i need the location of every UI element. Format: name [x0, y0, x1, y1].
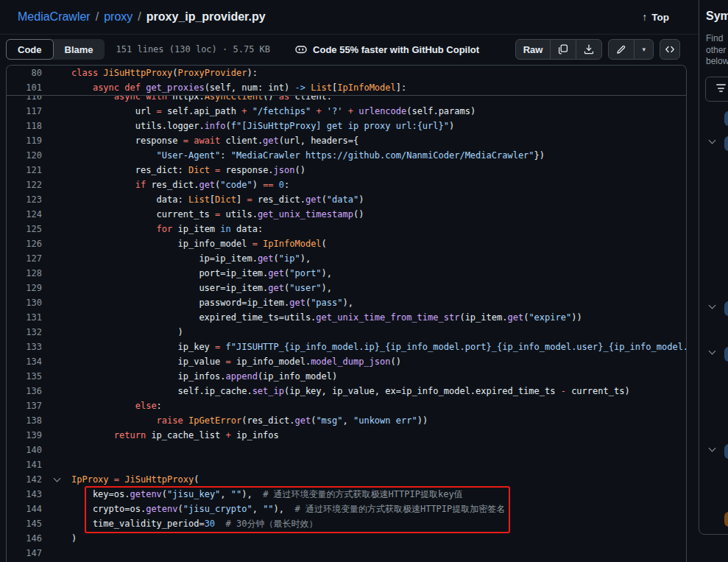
collapse-chevron-icon[interactable]: [53, 474, 60, 482]
gutter-cell: [42, 384, 71, 398]
code-text: ): [71, 531, 77, 546]
line-number-133[interactable]: 133: [7, 340, 42, 354]
breadcrumb-repo-link[interactable]: MediaCrawler: [18, 10, 91, 24]
gutter-cell: [42, 133, 71, 148]
code-text: ): [71, 325, 183, 340]
line-number-129[interactable]: 129: [7, 281, 42, 295]
copy-icon: [558, 44, 568, 55]
code-text: IpProxy = JiSuHttpProxy(: [71, 472, 199, 487]
gutter-cell: [42, 325, 71, 340]
symbol-kind-badge-4[interactable]: [724, 347, 728, 362]
gutter-cell: [42, 413, 71, 428]
line-number-101[interactable]: 101: [7, 80, 42, 95]
line-number-135[interactable]: 135: [7, 369, 42, 384]
symbol-expand-chevron-icon[interactable]: [709, 348, 716, 355]
line-number-125[interactable]: 125: [7, 222, 42, 236]
code-line-80: 80class JiSuHttpProxy(ProxyProvider):: [7, 66, 686, 80]
code-text: ip=ip_item.get("ip"),: [71, 251, 311, 266]
tab-blame[interactable]: Blame: [54, 39, 105, 60]
edit-file-button[interactable]: [609, 40, 634, 59]
code-text: ip_infos.append(ip_info_model): [71, 369, 337, 384]
line-number-137[interactable]: 137: [7, 398, 42, 413]
code-line-144: 144 crypto=os.getenv("jisu_crypto", ""),…: [7, 502, 686, 516]
gutter-cell: [42, 310, 71, 325]
code-line-133: 133 ip_key = f"JISUHTTP_{ip_info_model.i…: [7, 340, 686, 354]
code-text: current_ts = utils.get_unix_timestamp(): [71, 207, 364, 222]
line-number-143[interactable]: 143: [7, 487, 42, 502]
code-area: 116 async with httpx.AsyncClient() as cl…: [6, 65, 687, 562]
line-number-122[interactable]: 122: [7, 178, 42, 192]
symbol-kind-badge-2[interactable]: [724, 136, 728, 151]
line-number-140[interactable]: 140: [7, 443, 42, 457]
breadcrumb-dir-link[interactable]: proxy: [104, 10, 132, 24]
gutter-cell: [42, 354, 71, 369]
code-text: else:: [71, 398, 162, 413]
line-number-131[interactable]: 131: [7, 310, 42, 325]
line-number-123[interactable]: 123: [7, 192, 42, 207]
copilot-banner[interactable]: Code 55% faster with GitHub Copilot: [295, 43, 479, 55]
line-number-146[interactable]: 146: [7, 531, 42, 546]
line-number-117[interactable]: 117: [7, 104, 42, 119]
code-line-127: 127 ip=ip_item.get("ip"),: [7, 251, 686, 266]
tab-code[interactable]: Code: [6, 39, 54, 60]
copilot-banner-text: Code 55% faster with GitHub Copilot: [313, 44, 479, 55]
line-number-145[interactable]: 145: [7, 516, 42, 531]
breadcrumb-bar: MediaCrawler / proxy / proxy_ip_provider…: [0, 0, 728, 35]
code-line-135: 135 ip_infos.append(ip_info_model): [7, 369, 686, 384]
line-number-134[interactable]: 134: [7, 354, 42, 369]
code-text: "User-Agent": "MediaCrawler https://gith…: [71, 148, 545, 163]
line-number-138[interactable]: 138: [7, 413, 42, 428]
line-number-80[interactable]: 80: [7, 66, 42, 80]
gutter-cell: [42, 546, 71, 561]
code-line-130: 130 password=ip_item.get("pass"),: [7, 295, 686, 310]
copilot-icon: [295, 43, 307, 55]
symbol-expand-chevron-icon[interactable]: [709, 302, 716, 309]
line-number-120[interactable]: 120: [7, 148, 42, 163]
symbol-kind-badge-3[interactable]: [724, 301, 728, 316]
line-number-132[interactable]: 132: [7, 325, 42, 340]
gutter-cell: [42, 104, 71, 119]
symbols-filter-input[interactable]: [705, 77, 728, 102]
up-arrow-icon: ↑: [642, 11, 647, 23]
raw-button-group: Raw: [515, 39, 603, 60]
line-number-128[interactable]: 128: [7, 266, 42, 281]
line-number-147[interactable]: 147: [7, 546, 42, 561]
download-raw-button[interactable]: [576, 40, 601, 59]
edit-options-dropdown[interactable]: ▾: [634, 40, 653, 59]
symbol-kind-badge-6[interactable]: [724, 512, 728, 527]
symbol-expand-chevron-icon[interactable]: [709, 445, 716, 452]
copy-raw-button[interactable]: [550, 40, 576, 59]
gutter-cell: [42, 281, 71, 295]
line-number-142[interactable]: 142: [7, 472, 42, 487]
code-blame-switch: Code Blame: [6, 39, 105, 60]
line-number-126[interactable]: 126: [7, 236, 42, 251]
line-number-121[interactable]: 121: [7, 163, 42, 178]
line-number-119[interactable]: 119: [7, 133, 42, 148]
code-text: for ip_item in data:: [71, 222, 263, 236]
symbol-kind-badge-1[interactable]: [724, 111, 728, 126]
gutter-cell: [42, 222, 71, 236]
line-number-139[interactable]: 139: [7, 428, 42, 443]
symbol-expand-chevron-icon[interactable]: [709, 137, 716, 144]
raw-button[interactable]: Raw: [516, 40, 551, 59]
line-number-118[interactable]: 118: [7, 119, 42, 133]
back-to-top-link[interactable]: ↑ Top: [642, 11, 669, 23]
gutter-cell: [42, 472, 71, 487]
code-text: url = self.api_path + "/fetchips" + '?' …: [71, 104, 476, 119]
symbols-description-line: Find: [706, 33, 728, 45]
line-number-141[interactable]: 141: [7, 457, 42, 472]
edit-button-group: ▾: [608, 39, 654, 60]
line-number-144[interactable]: 144: [7, 502, 42, 516]
code-line-120: 120 "User-Agent": "MediaCrawler https://…: [7, 148, 686, 163]
gutter-cell: [42, 119, 71, 133]
line-number-127[interactable]: 127: [7, 251, 42, 266]
line-number-136[interactable]: 136: [7, 384, 42, 398]
symbol-kind-badge-5[interactable]: [724, 444, 728, 459]
download-icon: [584, 44, 594, 55]
line-number-130[interactable]: 130: [7, 295, 42, 310]
code-text: utils.logger.info(f"[JiSuHttpProxy] get …: [71, 119, 454, 133]
file-toolbar: Code Blame 151 lines (130 loc) · 5.75 KB…: [0, 35, 687, 64]
code-text: self.ip_cache.set_ip(ip_key, ip_value, e…: [71, 384, 630, 398]
line-number-124[interactable]: 124: [7, 207, 42, 222]
symbols-panel-toggle[interactable]: [660, 39, 680, 60]
